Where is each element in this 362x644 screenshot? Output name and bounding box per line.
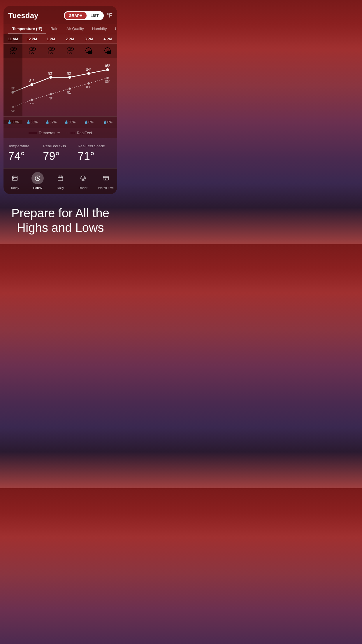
solid-line-indicator <box>29 133 37 133</box>
nav-watch-live[interactable]: Watch Live <box>94 172 117 190</box>
list-button[interactable]: LIST <box>87 12 103 19</box>
temp-dot-2 <box>49 76 52 79</box>
temp-label-4: 84° <box>86 68 91 71</box>
tab-air-quality[interactable]: Air Quality <box>62 24 88 34</box>
watch-live-icon <box>103 175 109 181</box>
nav-radar[interactable]: Radar <box>72 172 94 190</box>
icons-row: ⛈ ⛈ ⛈ ⛈ 🌤 🌤 <box>3 44 117 58</box>
hour-11am[interactable]: 11 AM <box>3 34 22 43</box>
day-label: Tuesday <box>8 11 38 20</box>
precip-4pm: 💧0% <box>98 120 117 124</box>
storm-icon-3: ⛈ <box>66 46 74 55</box>
temp-label-3: 83° <box>67 71 72 75</box>
drop-icon-0: 💧 <box>7 120 12 124</box>
precip-3pm: 💧0% <box>79 120 98 124</box>
dotted-line-indicator <box>67 133 75 133</box>
header-controls: GRAPH LIST °F <box>64 11 113 20</box>
temp-dot-1 <box>30 83 33 86</box>
nav-today[interactable]: Today <box>3 172 26 190</box>
feel-dot-5 <box>106 77 109 79</box>
chart-container: 11 AM 12 PM 1 PM 2 PM 3 PM 4 PM ⛈ ⛈ ⛈ ⛈ … <box>3 34 117 138</box>
svg-rect-4 <box>13 178 14 179</box>
legend-realfeel-label: RealFeel <box>77 131 92 135</box>
hour-1pm[interactable]: 1 PM <box>41 34 60 43</box>
hour-3pm[interactable]: 3 PM <box>79 34 98 43</box>
stat-realfeel-sun-value: 79° <box>43 150 78 162</box>
nav-watch-live-label: Watch Live <box>98 186 114 190</box>
partcloud-icon-1: 🌤 <box>104 46 112 55</box>
tab-temperature[interactable]: Temperature (°F) <box>8 24 46 34</box>
drop-icon-3: 💧 <box>64 120 68 124</box>
tagline-text: Prepare for All the Highs and Lows <box>6 206 115 235</box>
graph-button[interactable]: GRAPH <box>65 12 87 19</box>
storm-icon-1: ⛈ <box>28 46 36 55</box>
drop-icon-1: 💧 <box>26 120 31 124</box>
temperature-line <box>13 70 108 92</box>
temperature-chart: 79° 81° 83° 83° 84° 85° 74° 77° 79° 81° … <box>3 58 117 116</box>
icon-11am: ⛈ <box>3 44 22 58</box>
svg-marker-20 <box>105 178 107 180</box>
metric-tabs: Temperature (°F) Rain Air Quality Humidi… <box>3 24 117 34</box>
radar-icon <box>80 175 86 181</box>
icon-1pm: ⛈ <box>41 44 60 58</box>
icon-2pm: ⛈ <box>60 44 79 58</box>
feel-dot-1 <box>31 99 33 101</box>
legend-temperature: Temperature <box>29 131 60 135</box>
nav-daily[interactable]: Daily <box>49 172 72 190</box>
tab-rain[interactable]: Rain <box>46 24 62 34</box>
storm-icon-2: ⛈ <box>47 46 55 55</box>
today-icon <box>12 175 18 181</box>
feel-label-3: 81° <box>67 90 72 94</box>
stat-realfeel-sun: RealFeel Sun 79° <box>43 144 78 162</box>
graph-list-toggle[interactable]: GRAPH LIST <box>64 11 104 20</box>
hour-4pm[interactable]: 4 PM <box>98 34 117 43</box>
chart-legend: Temperature RealFeel <box>3 128 117 138</box>
temp-label-5: 85° <box>105 64 110 68</box>
temp-dot-3 <box>68 76 71 79</box>
legend-realfeel: RealFeel <box>67 131 92 135</box>
temp-dot-4 <box>87 72 90 75</box>
icon-3pm: 🌤 <box>79 44 98 58</box>
nav-hourly[interactable]: Hourly <box>26 172 49 190</box>
stat-realfeel-shade: RealFeel Shade 71° <box>78 144 113 162</box>
icon-12pm: ⛈ <box>22 44 41 58</box>
legend-temperature-label: Temperature <box>38 131 60 135</box>
precip-12pm: 💧65% <box>22 120 41 124</box>
hourly-icon <box>34 175 41 181</box>
tab-uv-index[interactable]: UV Index <box>111 24 117 34</box>
feel-dot-2 <box>50 93 52 95</box>
temp-label-1: 81° <box>29 79 34 83</box>
nav-radar-label: Radar <box>79 186 87 190</box>
hour-12pm[interactable]: 12 PM <box>22 34 41 43</box>
unit-label: °F <box>107 12 113 19</box>
tab-humidity[interactable]: Humidity <box>88 24 111 34</box>
feel-dot-4 <box>87 82 90 85</box>
tagline-section: Prepare for All the Highs and Lows <box>0 194 121 244</box>
precip-2pm: 💧50% <box>60 120 79 124</box>
stat-realfeel-shade-value: 71° <box>78 150 113 162</box>
partcloud-icon-0: 🌤 <box>85 46 93 55</box>
stat-temperature: Temperature 74° <box>8 144 43 162</box>
hour-2pm[interactable]: 2 PM <box>60 34 79 43</box>
svg-rect-0 <box>13 176 17 181</box>
feel-label-2: 79° <box>48 96 53 100</box>
nav-daily-label: Daily <box>57 186 64 190</box>
precipitation-row: 💧80% 💧65% 💧52% 💧50% 💧0% 💧0% <box>3 116 117 128</box>
stat-realfeel-sun-label: RealFeel Sun <box>43 144 78 148</box>
feel-dot-3 <box>68 88 71 90</box>
svg-point-8 <box>37 178 38 179</box>
hours-row: 11 AM 12 PM 1 PM 2 PM 3 PM 4 PM <box>3 34 117 44</box>
temp-label-2: 83° <box>48 71 53 75</box>
nav-hourly-label: Hourly <box>33 186 42 190</box>
stat-realfeel-shade-label: RealFeel Shade <box>78 144 113 148</box>
temp-dot-5 <box>106 68 109 71</box>
bottom-navigation: Today Hourly D <box>3 168 117 194</box>
stats-section: Temperature 74° RealFeel Sun 79° RealFee… <box>3 138 117 168</box>
svg-rect-9 <box>58 176 63 181</box>
realfeel-line <box>13 78 108 107</box>
daily-icon <box>57 175 64 181</box>
drop-icon-2: 💧 <box>45 120 50 124</box>
feel-label-1: 77° <box>29 102 34 106</box>
drop-icon-5: 💧 <box>103 120 107 124</box>
stat-temperature-label: Temperature <box>8 144 43 148</box>
